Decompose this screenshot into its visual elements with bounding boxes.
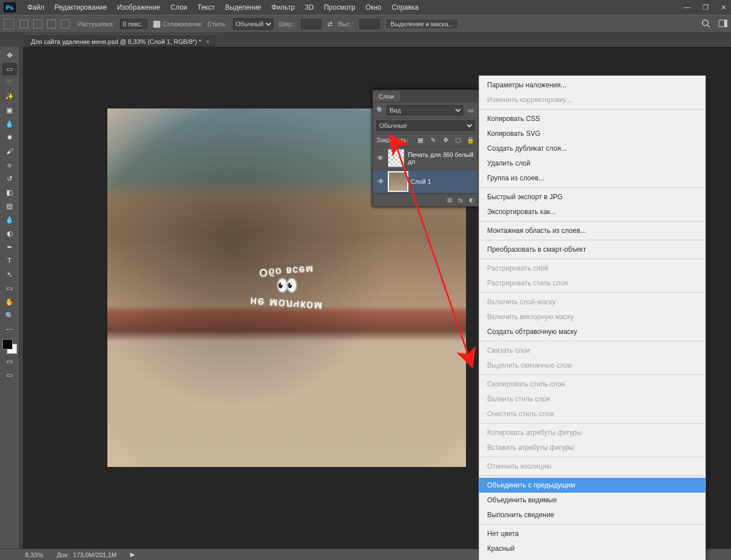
link-layers-icon[interactable]: ⊞ xyxy=(447,196,452,204)
move-tool[interactable]: ✥ xyxy=(2,49,17,62)
zoom-readout[interactable]: 8,33% xyxy=(25,551,43,558)
layer-fx-icon[interactable]: fx xyxy=(458,197,463,204)
menu-выделение[interactable]: Выделение xyxy=(220,1,266,14)
layer-row[interactable]: 👁Печать для 360 белый дл xyxy=(373,147,478,170)
menu-item[interactable]: Объединить с предыдущим xyxy=(479,478,705,493)
dodge-tool[interactable]: ◐ xyxy=(2,227,17,240)
lock-transparency-icon[interactable]: ▦ xyxy=(416,136,424,144)
search-icon[interactable]: 🔍 xyxy=(376,107,383,114)
menu-текст[interactable]: Текст xyxy=(193,1,219,14)
menu-item[interactable]: Оранжевый xyxy=(479,556,705,560)
rectangle-tool[interactable]: ▭ xyxy=(2,282,17,295)
eraser-tool[interactable]: ◧ xyxy=(2,186,17,199)
pen-tool[interactable]: ✒ xyxy=(2,241,17,253)
menu-item[interactable]: Группа из слоев... xyxy=(479,171,705,186)
gradient-tool[interactable]: ▤ xyxy=(2,200,17,212)
color-swatch[interactable] xyxy=(2,339,17,354)
lock-artboard-icon[interactable]: ▢ xyxy=(454,136,462,144)
layer-thumbnail[interactable] xyxy=(389,172,407,191)
workspace-switcher-icon[interactable] xyxy=(718,19,728,29)
lock-position-icon[interactable]: ✥ xyxy=(441,136,449,144)
menu-item[interactable]: Преобразовать в смарт-объект xyxy=(479,242,705,257)
quick-mask-icon[interactable]: ▭ xyxy=(2,355,17,368)
spot-heal-tool[interactable]: ✹ xyxy=(2,131,17,144)
zoom-tool[interactable]: 🔍 xyxy=(2,309,17,322)
layers-panel[interactable]: Слои 🔍 Вид ▭ Обычные Закрепить: ▦ ✎ ✥ ▢ … xyxy=(372,90,479,207)
brush-tool[interactable]: 🖌 xyxy=(2,145,17,158)
menu-слои[interactable]: Слои xyxy=(166,1,192,14)
layer-name[interactable]: Слой 1 xyxy=(411,178,431,185)
feather-input[interactable] xyxy=(120,19,147,29)
layer-thumbnail[interactable] xyxy=(388,149,404,167)
blur-tool[interactable]: 💧 xyxy=(2,213,17,226)
menu-изображение[interactable]: Изображение xyxy=(113,1,165,14)
select-and-mask-button[interactable]: Выделение и маска... xyxy=(385,19,459,29)
menu-item[interactable]: Монтажная область из слоев... xyxy=(479,223,705,238)
antialias-checkbox[interactable] xyxy=(153,21,160,28)
layer-context-menu[interactable]: Параметры наложения...Изменить корректир… xyxy=(479,75,706,560)
lock-all-icon[interactable]: 🔒 xyxy=(467,136,475,144)
menu-item[interactable]: Создать дубликат слоя... xyxy=(479,141,705,156)
history-brush-tool[interactable]: ↺ xyxy=(2,172,17,185)
toolbox: ✥▭➰✨▣💧✹🖌⍟↺◧▤💧◐✒T↖▭✋🔍⋯▭▭ xyxy=(0,47,19,549)
style-select[interactable]: Обычный xyxy=(233,18,274,30)
crop-tool[interactable]: ▣ xyxy=(2,104,17,116)
menu-item: Растрировать стиль слоя xyxy=(479,276,705,291)
menu-item[interactable]: Объединить видимые xyxy=(479,493,705,507)
new-selection-icon[interactable] xyxy=(19,19,29,29)
wand-tool[interactable]: ✨ xyxy=(2,90,17,103)
maximize-button[interactable]: ❐ xyxy=(701,3,709,11)
edit-toolbar-button[interactable]: ⋯ xyxy=(2,323,17,336)
subtract-selection-icon[interactable] xyxy=(47,19,56,29)
menu-item[interactable]: Нет цвета xyxy=(479,526,705,541)
close-button[interactable]: ✕ xyxy=(720,3,728,11)
menu-просмотр[interactable]: Просмотр xyxy=(319,1,360,14)
blend-mode-select[interactable]: Обычные xyxy=(376,120,475,131)
search-icon[interactable] xyxy=(701,19,710,29)
menu-separator xyxy=(480,292,704,293)
menu-окно[interactable]: Окно xyxy=(361,1,386,14)
antialias-label: Сглаживание xyxy=(163,21,202,27)
menu-item[interactable]: Выполнить сведение xyxy=(479,507,705,522)
menu-фильтр[interactable]: Фильтр xyxy=(267,1,299,14)
filter-toggle-icon[interactable]: ▭ xyxy=(467,107,475,114)
status-chevron-icon[interactable]: ▶ xyxy=(130,551,135,558)
menu-справка[interactable]: Справка xyxy=(387,1,423,14)
minimize-button[interactable]: — xyxy=(683,3,691,11)
lock-image-icon[interactable]: ✎ xyxy=(429,136,437,144)
eyedropper-tool[interactable]: 💧 xyxy=(2,118,17,130)
menu-3d[interactable]: 3D xyxy=(300,1,318,14)
menu-item[interactable]: Красный xyxy=(479,541,705,556)
menu-файл[interactable]: Файл xyxy=(23,1,49,14)
feather-label: Растушевка: xyxy=(78,21,114,27)
type-tool[interactable]: T xyxy=(2,255,17,267)
menu-item[interactable]: Параметры наложения... xyxy=(479,78,705,92)
menu-item[interactable]: Удалить слой xyxy=(479,156,705,171)
add-selection-icon[interactable] xyxy=(33,19,42,29)
foreground-color[interactable] xyxy=(2,339,13,349)
visibility-icon[interactable]: 👁 xyxy=(376,178,385,186)
visibility-icon[interactable]: 👁 xyxy=(376,154,384,162)
layer-filter-kind[interactable]: Вид xyxy=(387,105,463,115)
menu-item[interactable]: Копировать SVG xyxy=(479,126,705,141)
stamp-tool[interactable]: ⍟ xyxy=(2,159,17,171)
menu-item[interactable]: Создать обтравочную маску xyxy=(479,324,705,339)
hand-tool[interactable]: ✋ xyxy=(2,296,17,308)
menu-item[interactable]: Экспортировать как... xyxy=(479,204,705,219)
layer-name[interactable]: Печать для 360 белый дл xyxy=(408,151,475,165)
menu-item[interactable]: Быстрый экспорт в JPG xyxy=(479,190,705,204)
layer-row[interactable]: 👁Слой 1 xyxy=(373,170,478,194)
screen-mode-icon[interactable]: ▭ xyxy=(2,369,17,381)
document-tab-close-icon[interactable]: × xyxy=(206,38,209,45)
menu-item[interactable]: Копировать CSS xyxy=(479,111,705,126)
document-tab[interactable]: Для сайта удаление меня.psd @ 8,33% (Сло… xyxy=(24,34,216,47)
layer-mask-icon[interactable]: ◐ xyxy=(469,196,475,204)
swap-wh-icon[interactable]: ⇄ xyxy=(327,21,332,28)
layers-tab[interactable]: Слои xyxy=(373,91,400,102)
menu-редактирование[interactable]: Редактирование xyxy=(50,1,111,14)
lasso-tool[interactable]: ➰ xyxy=(2,76,17,89)
intersect-selection-icon[interactable] xyxy=(61,19,70,29)
marquee-tool-icon[interactable] xyxy=(3,19,14,29)
path-select-tool[interactable]: ↖ xyxy=(2,268,17,281)
marquee-tool[interactable]: ▭ xyxy=(2,63,17,75)
